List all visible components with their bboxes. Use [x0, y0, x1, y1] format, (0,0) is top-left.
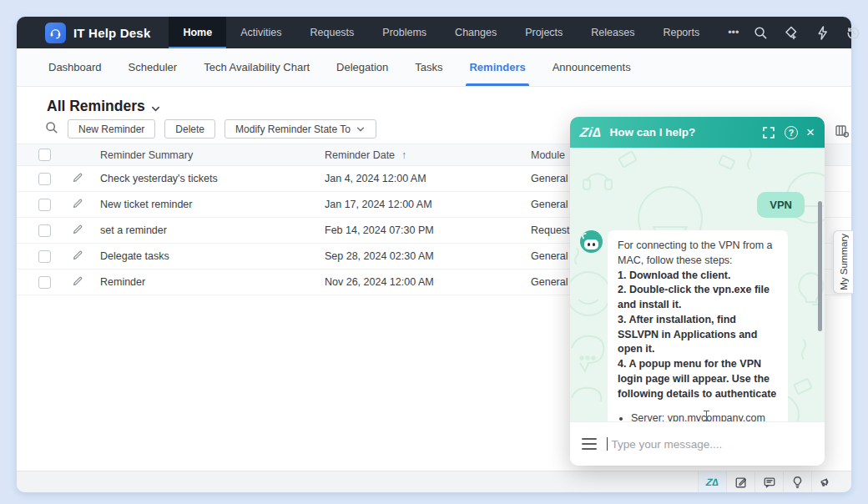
expand-icon[interactable] [761, 125, 776, 140]
bot-message-bubble: For connecting to the VPN from a MAC, fo… [608, 230, 788, 421]
compose-note-icon[interactable] [726, 471, 754, 492]
search-icon[interactable] [753, 25, 768, 40]
zia-chat-widget: Zi∆ How can I help? ? × [570, 117, 825, 466]
tab-reports[interactable]: Reports [648, 17, 714, 48]
title-chevron-down-icon[interactable] [151, 102, 160, 111]
delete-button[interactable]: Delete [164, 119, 215, 139]
subtab-announcements[interactable]: Announcements [539, 48, 644, 86]
app-title: IT Help Desk [73, 26, 150, 40]
chat-scrollbar[interactable] [818, 201, 822, 331]
tab-more[interactable]: ••• [714, 17, 753, 48]
dropdown-chevron-down-icon [356, 124, 366, 134]
help-icon[interactable]: ? [785, 126, 798, 139]
user-message-bubble: VPN [757, 192, 805, 218]
toolbar: New Reminder Delete Modify Reminder Stat… [45, 119, 376, 139]
edit-pencil-icon[interactable] [72, 275, 100, 290]
input-caret [607, 437, 608, 451]
reminder-date: Jan 17, 2024 12:00 AM [325, 199, 531, 210]
subtab-dashboard[interactable]: Dashboard [35, 48, 115, 86]
chat-body: VPN For connecting to the VPN from a MAC… [570, 148, 825, 421]
tab-requests[interactable]: Requests [296, 17, 369, 48]
bot-avatar [580, 230, 603, 253]
reminder-date: Feb 14, 2024 07:30 PM [325, 224, 531, 236]
bot-message-step: 2. Double-click the vpn.exe file and ins… [618, 283, 778, 313]
header-reminder-summary[interactable]: Reminder Summary [100, 149, 325, 161]
subtab-reminders[interactable]: Reminders [456, 48, 538, 86]
reminder-date: Sep 28, 2024 02:30 AM [325, 250, 531, 262]
reminder-summary[interactable]: Reminder [100, 276, 325, 288]
bot-message-bullets: Server: vpn.mycompany.com port 10237 Use… [631, 411, 778, 421]
bot-message-intro: For connecting to the VPN from a MAC, fo… [618, 239, 778, 269]
row-checkbox[interactable] [38, 199, 51, 211]
sort-ascending-icon[interactable]: ↑ [401, 149, 406, 161]
tab-activities[interactable]: Activities [226, 17, 295, 48]
tab-problems[interactable]: Problems [368, 17, 441, 48]
select-all-checkbox[interactable] [38, 149, 51, 161]
subtab-delegation[interactable]: Delegation [323, 48, 401, 86]
top-nav-tabs: Home Activities Requests Problems Change… [169, 17, 753, 48]
tab-home[interactable]: Home [169, 17, 226, 48]
edit-pencil-icon[interactable] [72, 172, 100, 186]
bottom-status-bar: Z∆ [17, 471, 851, 492]
history-icon[interactable] [845, 25, 860, 40]
modify-reminder-state-dropdown[interactable]: Modify Reminder State To [225, 119, 376, 139]
subtab-tasks[interactable]: Tasks [401, 48, 456, 86]
row-checkbox[interactable] [38, 250, 51, 263]
page-title: All Reminders [47, 98, 145, 115]
megaphone-icon[interactable] [811, 471, 840, 492]
chat-bubble-icon[interactable] [754, 471, 783, 492]
tab-releases[interactable]: Releases [577, 17, 648, 48]
ticket-add-icon[interactable] [784, 25, 799, 40]
top-navbar: IT Help Desk Home Activities Requests Pr… [17, 17, 851, 48]
tab-changes[interactable]: Changes [441, 17, 511, 48]
sub-navbar: Dashboard Scheduler Tech Availability Ch… [17, 48, 851, 87]
reminder-summary[interactable]: Check yesterday's tickets [100, 173, 325, 184]
reminder-date: Nov 26, 2024 12:00 AM [325, 276, 531, 288]
new-reminder-button[interactable]: New Reminder [68, 119, 155, 139]
row-checkbox[interactable] [38, 276, 51, 289]
lightbulb-icon[interactable] [783, 471, 811, 492]
zia-logo: Zi∆ [579, 125, 603, 140]
header-reminder-date[interactable]: Reminder Date ↑ [325, 149, 531, 161]
zia-assistant-icon[interactable]: Z∆ [698, 471, 726, 492]
bot-message-step: 4. A popup menu for the VPN login page w… [618, 357, 778, 401]
bot-message-step: 1. Download the client. [618, 269, 778, 284]
reminder-summary[interactable]: New ticket reminder [100, 199, 325, 210]
modify-reminder-state-label: Modify Reminder State To [235, 123, 351, 135]
header-reminder-date-label: Reminder Date [325, 149, 395, 161]
subtab-scheduler[interactable]: Scheduler [115, 48, 191, 86]
edit-pencil-icon[interactable] [72, 224, 100, 238]
my-summary-label: My Summary [839, 234, 849, 290]
reminder-summary[interactable]: Delegate tasks [100, 250, 325, 262]
column-settings-icon[interactable] [835, 123, 850, 139]
chat-header[interactable]: Zi∆ How can I help? ? × [570, 117, 825, 148]
top-nav-icons: 99+ 20 ⚙ [753, 17, 868, 48]
my-summary-tab[interactable]: My Summary [833, 230, 853, 294]
tab-projects[interactable]: Projects [511, 17, 577, 48]
edit-pencil-icon[interactable] [72, 249, 100, 264]
close-icon[interactable]: × [806, 125, 815, 139]
table-search-icon[interactable] [45, 121, 58, 138]
bot-message-step: 3. After installation, find SSLVPN in Ap… [618, 313, 778, 357]
chat-message-input[interactable] [611, 438, 813, 451]
edit-pencil-icon[interactable] [72, 198, 100, 212]
brand: IT Help Desk [45, 17, 150, 48]
row-checkbox[interactable] [38, 173, 51, 185]
reminder-date: Jan 4, 2024 12:00 AM [325, 173, 531, 184]
reminder-summary[interactable]: set a reminder [100, 224, 325, 236]
helpdesk-logo-icon [45, 23, 66, 43]
chat-title: How can I help? [610, 126, 754, 139]
flash-icon[interactable] [815, 25, 830, 40]
zia-mini-logo: Z∆ [705, 476, 719, 488]
bot-message-bullet: Server: vpn.mycompany.com port 10237 [631, 411, 778, 421]
row-checkbox[interactable] [38, 224, 51, 237]
subtab-tech-availability-chart[interactable]: Tech Availability Chart [190, 48, 323, 86]
chat-input-area [570, 421, 825, 466]
chat-menu-icon[interactable] [582, 438, 597, 450]
page-title-row: All Reminders [47, 98, 160, 115]
